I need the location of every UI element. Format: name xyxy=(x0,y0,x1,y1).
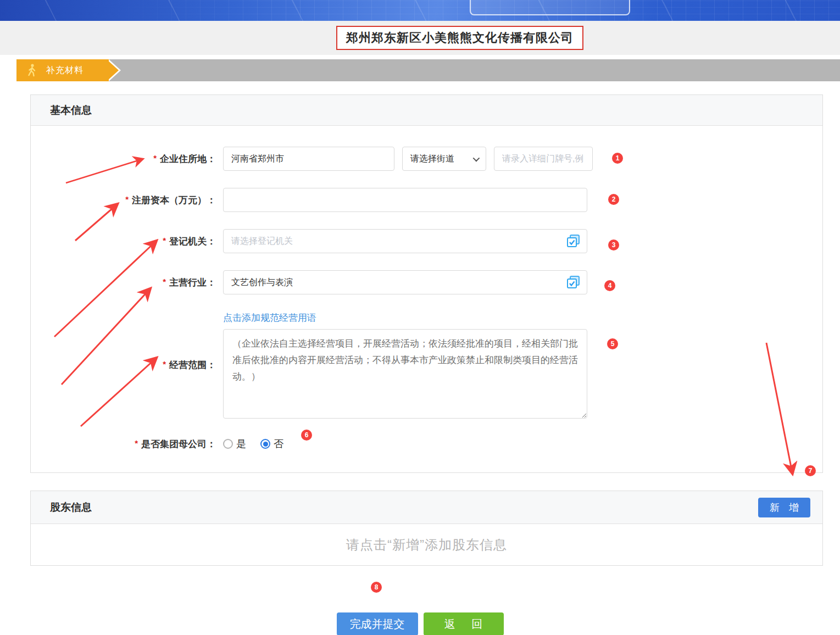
shareholders-empty-row: 请点击“新增”添加股东信息 xyxy=(31,524,822,565)
basic-info-body: *企业住所地： 请选择街道 *注册资本（万元）： xyxy=(31,126,822,472)
authority-label: *登记机关： xyxy=(31,235,223,248)
back-button[interactable]: 返 回 xyxy=(424,612,504,635)
picker-checkbox-icon[interactable] xyxy=(566,275,581,289)
banner-decorative-box xyxy=(470,0,630,15)
form-row-capital: *注册资本（万元）： xyxy=(31,188,822,212)
walking-person-icon xyxy=(26,64,37,77)
chevron-down-icon xyxy=(473,154,480,161)
footer-actions: 完成并提交 返 回 xyxy=(0,612,840,635)
radio-unchecked-icon[interactable] xyxy=(223,439,233,449)
shareholders-empty-hint: 请点击“新增”添加股东信息 xyxy=(346,536,507,554)
scope-textarea[interactable] xyxy=(223,329,587,419)
title-band: 郑州郑东新区小美熊熊文化传播有限公司 xyxy=(0,21,840,55)
basic-info-panel: 基本信息 *企业住所地： 请选择街道 *注册资本（万元）： xyxy=(30,94,823,473)
picker-checkbox-icon[interactable] xyxy=(566,234,581,248)
form-row-address: *企业住所地： 请选择街道 xyxy=(31,147,822,171)
required-asterisk: * xyxy=(153,153,157,163)
radio-checked-icon[interactable] xyxy=(260,439,270,449)
required-asterisk: * xyxy=(125,194,129,204)
capital-label: *注册资本（万元）： xyxy=(31,194,223,207)
address-detail-input[interactable] xyxy=(494,147,593,171)
industry-label: *主营行业： xyxy=(31,276,223,289)
company-title: 郑州郑东新区小美熊熊文化传播有限公司 xyxy=(346,30,574,46)
basic-info-header: 基本信息 xyxy=(31,95,822,126)
address-city-input[interactable] xyxy=(223,147,394,171)
shareholders-title: 股东信息 xyxy=(50,500,92,515)
submit-button[interactable]: 完成并提交 xyxy=(337,612,418,635)
tab-label: 补充材料 xyxy=(46,65,84,76)
street-select[interactable]: 请选择街道 xyxy=(402,147,486,171)
radio-no-label: 否 xyxy=(274,437,283,450)
radio-option-yes[interactable]: 是 xyxy=(223,437,246,450)
form-row-industry: *主营行业： xyxy=(31,270,822,294)
form-row-scope: *经营范围： 点击添加规范经营用语 xyxy=(31,311,822,419)
page: 郑州郑东新区小美熊熊文化传播有限公司 补充材料 基本信息 *企业住所地： 请选择 xyxy=(0,0,840,635)
scope-label: *经营范围： xyxy=(31,359,223,371)
radio-yes-label: 是 xyxy=(236,437,246,450)
tab-supplementary-materials[interactable]: 补充材料 xyxy=(16,59,109,81)
radio-option-no[interactable]: 否 xyxy=(260,437,283,450)
required-asterisk: * xyxy=(135,438,138,448)
group-parent-label: *是否集团母公司： xyxy=(31,438,223,450)
required-asterisk: * xyxy=(163,236,166,245)
form-row-group-parent: *是否集团母公司： 是 否 xyxy=(31,437,822,450)
annotation-badge-8: 8 xyxy=(371,582,382,593)
street-select-value: 请选择街道 xyxy=(410,153,454,165)
form-row-authority: *登记机关： xyxy=(31,229,822,253)
required-asterisk: * xyxy=(163,277,166,286)
basic-info-title: 基本信息 xyxy=(50,103,92,118)
capital-input[interactable] xyxy=(223,188,587,212)
industry-input[interactable] xyxy=(223,270,587,294)
company-title-box: 郑州郑东新区小美熊熊文化传播有限公司 xyxy=(336,26,583,50)
add-standard-terms-link[interactable]: 点击添加规范经营用语 xyxy=(223,311,587,324)
address-label: *企业住所地： xyxy=(31,153,223,165)
shareholders-header: 股东信息 新 增 xyxy=(31,491,822,524)
shareholders-panel: 股东信息 新 增 请点击“新增”添加股东信息 xyxy=(30,491,823,566)
top-banner xyxy=(0,0,840,21)
step-progress-bar: 补充材料 xyxy=(16,59,840,81)
authority-input[interactable] xyxy=(223,229,587,253)
required-asterisk: * xyxy=(163,359,166,369)
add-shareholder-button[interactable]: 新 增 xyxy=(758,498,810,517)
